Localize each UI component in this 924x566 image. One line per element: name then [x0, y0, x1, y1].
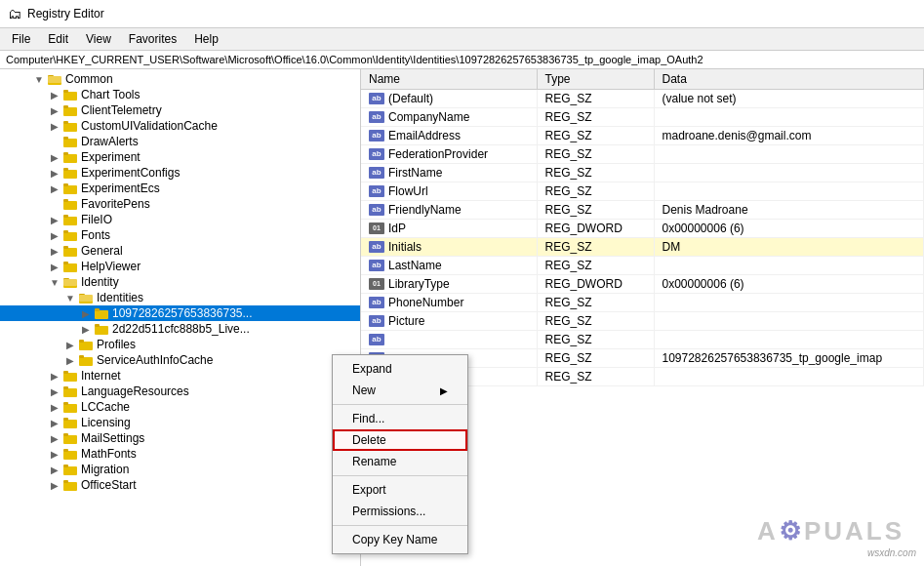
tree-toggle-icon[interactable]: ▶ — [47, 371, 62, 382]
svg-rect-26 — [63, 262, 68, 264]
table-row[interactable]: ab(Default)REG_SZ(value not set) — [361, 90, 924, 108]
table-row[interactable]: abPhoneNumberREG_SZ — [361, 294, 924, 312]
tree-item[interactable]: ▶Chart Tools — [0, 87, 360, 102]
svg-rect-48 — [63, 418, 68, 421]
tree-item[interactable]: ▼Identity — [0, 274, 360, 290]
tree-toggle-icon[interactable]: ▶ — [47, 262, 62, 272]
tree-toggle-icon[interactable]: ▼ — [31, 74, 47, 85]
tree-item[interactable]: FavoritePens — [0, 196, 360, 212]
table-cell-type: REG_SZ — [537, 331, 654, 349]
tree-item[interactable]: ▶MailSettings — [0, 430, 360, 446]
tree-item[interactable]: DrawAlerts — [0, 134, 360, 149]
tree-item[interactable]: ▼Identities — [0, 290, 360, 305]
context-menu-item-copykeyname[interactable]: Copy Key Name — [333, 529, 467, 550]
tree-toggle-icon[interactable]: ▶ — [78, 324, 94, 335]
tree-item[interactable]: ▶HelpViewer — [0, 259, 360, 274]
tree-toggle-icon[interactable]: ▼ — [47, 277, 62, 288]
context-menu-item-label: Export — [352, 483, 386, 497]
table-cell-type: REG_SZ — [537, 294, 654, 312]
tree-toggle-icon[interactable]: ▶ — [47, 152, 62, 163]
folder-icon — [62, 150, 78, 164]
col-name[interactable]: Name — [361, 69, 537, 90]
table-row[interactable]: abPictureREG_SZ — [361, 312, 924, 331]
tree-item[interactable]: ▶Internet — [0, 368, 360, 384]
tree-item[interactable]: ▶CustomUIValidationCache — [0, 118, 360, 134]
menu-item-view[interactable]: View — [78, 30, 119, 48]
table-row[interactable]: abCompanyNameREG_SZ — [361, 108, 924, 127]
tree-toggle-icon[interactable]: ▶ — [47, 418, 62, 428]
tree-toggle-icon[interactable]: ▶ — [47, 246, 62, 257]
table-row[interactable]: abInitialsREG_SZDM — [361, 238, 924, 257]
tree-toggle-icon[interactable]: ▶ — [47, 183, 62, 194]
tree-item[interactable]: ▶FileIO — [0, 212, 360, 227]
table-row[interactable]: 01LibraryTypeREG_DWORD0x00000006 (6) — [361, 275, 924, 294]
tree-toggle-icon[interactable]: ▶ — [62, 355, 78, 366]
tree-toggle-icon[interactable]: ▶ — [47, 480, 62, 491]
tree-item[interactable]: ▶2d22d511cfc888b5_Live... — [0, 321, 360, 337]
tree-toggle-icon[interactable]: ▶ — [47, 105, 62, 116]
tree-toggle-icon[interactable]: ▶ — [78, 308, 94, 319]
table-row[interactable]: abFlowUrlREG_SZ — [361, 182, 924, 201]
tree-toggle-icon[interactable]: ▶ — [47, 449, 62, 460]
tree-scroll[interactable]: ▼Common▶Chart Tools▶ClientTelemetry▶Cust… — [0, 69, 360, 566]
tree-item[interactable]: ▶Profiles — [0, 337, 360, 352]
ab-icon: ab — [369, 111, 384, 123]
tree-item[interactable]: ▶ExperimentEcs — [0, 181, 360, 196]
tree-item[interactable]: ▶General — [0, 243, 360, 259]
context-menu-item-export[interactable]: Export — [333, 479, 467, 501]
tree-toggle-icon[interactable]: ▶ — [62, 340, 78, 350]
tree-toggle-icon[interactable]: ▶ — [47, 230, 62, 241]
menu-item-help[interactable]: Help — [186, 30, 226, 48]
context-menu-item-expand[interactable]: Expand — [333, 358, 467, 380]
table-cell-data: Denis Madroane — [654, 201, 924, 220]
svg-rect-11 — [63, 154, 77, 163]
tree-item[interactable]: ▶LCCache — [0, 399, 360, 415]
context-menu-item-new[interactable]: New▶ — [333, 380, 467, 401]
context-menu-item-permissions[interactable]: Permissions... — [333, 501, 467, 522]
tree-item[interactable]: ▶Licensing — [0, 415, 360, 430]
table-row[interactable]: 01IdPREG_DWORD0x00000006 (6) — [361, 220, 924, 238]
tree-item[interactable]: ▶MathFonts — [0, 446, 360, 462]
tree-item[interactable]: ▶OfficeStart — [0, 477, 360, 493]
context-menu[interactable]: ExpandNew▶Find...DeleteRenameExportPermi… — [332, 354, 468, 554]
tree-toggle-icon[interactable]: ▶ — [47, 168, 62, 179]
context-menu-item-label: Rename — [352, 455, 396, 468]
tree-toggle-icon[interactable]: ▶ — [47, 90, 62, 101]
tree-toggle-icon[interactable]: ▶ — [47, 433, 62, 444]
context-menu-item-find[interactable]: Find... — [333, 408, 467, 429]
svg-rect-55 — [63, 482, 77, 491]
table-row[interactable]: abFriendlyNameREG_SZDenis Madroane — [361, 201, 924, 220]
col-type[interactable]: Type — [537, 69, 654, 90]
context-menu-item-rename[interactable]: Rename — [333, 451, 467, 472]
col-data[interactable]: Data — [654, 69, 924, 90]
table-row[interactable]: abFederationProviderREG_SZ — [361, 145, 924, 164]
table-row[interactable]: abLastNameREG_SZ — [361, 257, 924, 275]
table-row[interactable]: abEmailAddressREG_SZmadroane.denis@gmail… — [361, 127, 924, 145]
table-row[interactable]: abREG_SZ — [361, 331, 924, 349]
tree-toggle-icon[interactable]: ▶ — [47, 121, 62, 132]
tree-item-label: LCCache — [81, 400, 130, 414]
tree-toggle-icon[interactable]: ▶ — [47, 465, 62, 475]
tree-item-label: Fonts — [81, 228, 110, 242]
tree-item[interactable]: ▶ServiceAuthInfoCache — [0, 352, 360, 368]
table-cell-data — [654, 182, 924, 201]
menu-item-favorites[interactable]: Favorites — [121, 30, 184, 48]
tree-toggle-icon[interactable]: ▼ — [62, 293, 78, 303]
tree-toggle-icon[interactable]: ▶ — [47, 215, 62, 225]
tree-item[interactable]: ▶ClientTelemetry — [0, 102, 360, 118]
tree-item[interactable]: ▶Migration — [0, 462, 360, 477]
tree-item[interactable]: ▶LanguageResources — [0, 384, 360, 399]
tree-item[interactable]: ▶ExperimentConfigs — [0, 165, 360, 181]
menu-item-edit[interactable]: Edit — [40, 30, 76, 48]
tree-item[interactable]: ▶Experiment — [0, 149, 360, 165]
table-cell-type: REG_SZ — [537, 368, 654, 386]
tree-toggle-icon[interactable]: ▶ — [47, 386, 62, 397]
table-cell-type: REG_SZ — [537, 127, 654, 145]
context-menu-item-delete[interactable]: Delete — [333, 429, 467, 451]
tree-item[interactable]: ▼Common — [0, 71, 360, 87]
tree-toggle-icon[interactable]: ▶ — [47, 402, 62, 413]
menu-item-file[interactable]: File — [4, 30, 38, 48]
table-row[interactable]: abFirstNameREG_SZ — [361, 164, 924, 182]
tree-item[interactable]: ▶Fonts — [0, 227, 360, 243]
tree-item[interactable]: ▶10972826257653836735... — [0, 305, 360, 321]
